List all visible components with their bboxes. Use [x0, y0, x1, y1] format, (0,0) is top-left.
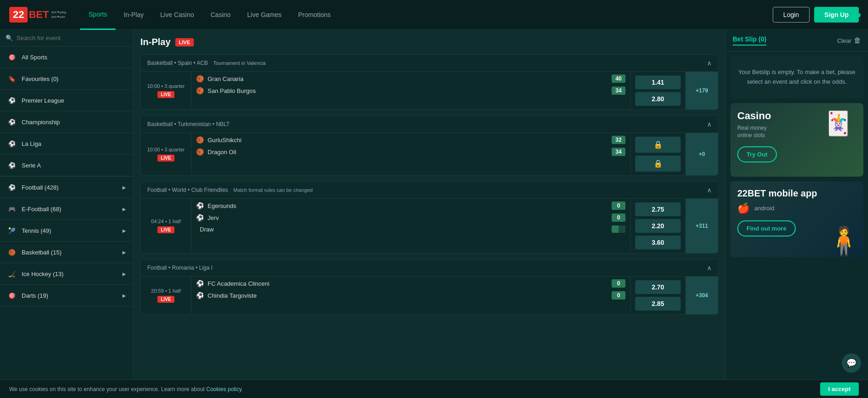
team-row-2a: 🏀 GurluShikchi 32	[196, 136, 625, 144]
section-header-4[interactable]: Football • Romania • Liga I ∧	[141, 260, 718, 276]
match-live-badge-1: LIVE	[157, 91, 174, 98]
casino-character-icon: 🃏	[820, 110, 856, 137]
search-input[interactable]	[17, 35, 127, 41]
score-3a: 0	[612, 202, 625, 210]
sidebar-item-darts[interactable]: 🎯 Darts (19) ▶	[0, 285, 133, 306]
la-liga-icon: ⚽	[7, 138, 17, 149]
favourites-icon: 🔖	[7, 74, 17, 84]
sidebar-item-la-liga[interactable]: ⚽ La Liga	[0, 133, 133, 155]
sidebar-item-championship[interactable]: ⚽ Championship	[0, 111, 133, 133]
search-box[interactable]: 🔍	[0, 30, 133, 46]
sidebar-label-efootball: E-Football (68)	[22, 206, 118, 213]
sidebar-item-football[interactable]: ⚽ Football (428) ▶	[0, 177, 133, 198]
odds-btn-1a[interactable]: 1.41	[635, 75, 681, 89]
nav-casino[interactable]: Casino	[202, 0, 239, 30]
odds-lock-2b: 🔒	[635, 156, 681, 172]
odds-btn-4b[interactable]: 2.85	[635, 297, 681, 311]
team-icon-3b: ⚽	[196, 214, 204, 221]
team-icon-1b: 🏀	[196, 87, 204, 94]
match-time-col-1: 10:00 • 3 quarter LIVE	[141, 72, 191, 110]
more-count-1: +179	[695, 87, 708, 94]
country-label-3: World	[172, 187, 186, 193]
score-2b: 34	[612, 148, 625, 156]
sidebar-item-tennis[interactable]: 🎾 Tennis (49) ▶	[0, 220, 133, 242]
sidebar-item-premier-league[interactable]: ⚽ Premier League	[0, 90, 133, 111]
sidebar-item-serie-a[interactable]: ⚽ Serie A	[0, 155, 133, 176]
android-label: android	[754, 205, 774, 212]
match-row-1: 10:00 • 3 quarter LIVE 🏀 Gran Canaria 40…	[141, 71, 718, 110]
team-name-draw: Draw	[200, 226, 608, 233]
section-header-2[interactable]: Basketball • Turkmenistan • NBLT ∧	[141, 116, 718, 133]
chat-button[interactable]: 💬	[842, 353, 861, 373]
logo-name: BET	[29, 9, 49, 21]
section-title-2: Basketball • Turkmenistan • NBLT	[147, 121, 230, 127]
login-button[interactable]: Login	[773, 7, 810, 23]
match-section-2: Basketball • Turkmenistan • NBLT ∧ 10:00…	[140, 115, 718, 176]
more-col-1[interactable]: +179	[686, 72, 718, 110]
bet-slip-tab[interactable]: Bet Slip (0)	[733, 35, 766, 46]
sidebar-item-efootball[interactable]: 🎮 E-Football (68) ▶	[0, 198, 133, 220]
casino-promo-card: Casino Real moneyonline slots Try Out 🃏	[730, 103, 863, 177]
odds-lock-2a: 🔒	[635, 137, 681, 153]
sidebar-item-ice-hockey[interactable]: 🏒 Ice Hockey (13) ▶	[0, 263, 133, 285]
collapse-icon-1[interactable]: ∧	[707, 59, 712, 67]
more-col-4[interactable]: +304	[686, 277, 718, 314]
more-col-2[interactable]: +0	[686, 133, 718, 175]
match-section-1: Basketball • Spain • ACB Tournament in V…	[140, 54, 718, 110]
serie-a-icon: ⚽	[7, 160, 17, 170]
live-badge: LIVE	[175, 38, 194, 46]
more-col-3[interactable]: +311	[686, 199, 718, 253]
odds-btn-1b[interactable]: 2.80	[635, 92, 681, 106]
casino-promo-text: Casino Real moneyonline slots Try Out	[737, 110, 815, 163]
team-name-1a: Gran Canaria	[208, 75, 608, 82]
header-right: Login Sign Up	[773, 7, 859, 23]
nav-live-casino[interactable]: Live Casino	[152, 0, 202, 30]
match-live-badge-4: LIVE	[157, 296, 174, 303]
match-section-4: Football • Romania • Liga I ∧ 20:59 • 1 …	[140, 259, 718, 315]
country-label-2: Turkmenistan	[178, 121, 211, 127]
collapse-icon-4[interactable]: ∧	[707, 264, 712, 271]
try-out-button[interactable]: Try Out	[737, 146, 777, 162]
sidebar-item-all-sports[interactable]: 🎯 All Sports	[0, 46, 133, 68]
section-header-1[interactable]: Basketball • Spain • ACB Tournament in V…	[141, 55, 718, 71]
match-row-4: 20:59 • 1 half LIVE ⚽ FC Academica Clinc…	[141, 276, 718, 314]
find-out-more-button[interactable]: Find out more	[737, 220, 796, 236]
nav-sports[interactable]: Sports	[80, 0, 115, 30]
signup-button[interactable]: Sign Up	[814, 7, 859, 23]
odds-btn-3c[interactable]: 3.60	[635, 236, 681, 249]
league-label-1: ACB	[197, 60, 208, 66]
collapse-icon-3[interactable]: ∧	[707, 186, 712, 194]
section-title-3: Football • World • Club Friendlies Match…	[147, 187, 312, 193]
score-1a: 40	[612, 75, 625, 83]
basketball-arrow-icon: ▶	[122, 250, 126, 255]
odds-btn-3a[interactable]: 2.75	[635, 202, 681, 216]
inplay-title: In-Play	[140, 37, 171, 47]
nav-inplay[interactable]: In-Play	[116, 0, 152, 30]
sidebar-item-favourites[interactable]: 🔖 Favourites (0)	[0, 68, 133, 90]
sidebar-label-ice-hockey: Ice Hockey (13)	[22, 271, 118, 277]
team-name-4b: Chindia Targoviste	[208, 292, 608, 299]
efootball-icon: 🎮	[7, 204, 17, 214]
sidebar-item-basketball[interactable]: 🏀 Basketball (15) ▶	[0, 242, 133, 263]
section-header-3[interactable]: Football • World • Club Friendlies Match…	[141, 182, 718, 198]
more-count-2: +0	[699, 151, 705, 157]
odds-btn-4a[interactable]: 2.70	[635, 280, 681, 294]
match-row-2: 10:00 • 3 quarter LIVE 🏀 GurluShikchi 32…	[141, 133, 718, 175]
odds-btn-3b[interactable]: 2.20	[635, 219, 681, 233]
mobile-promo-title: 22BET mobile app	[737, 188, 856, 199]
nav-promotions[interactable]: Promotions	[290, 0, 339, 30]
team-name-3b: Jerv	[208, 214, 608, 221]
football-arrow-icon: ▶	[122, 185, 126, 190]
match-row-3: 04:24 • 1 half LIVE ⚽ Egersunds 0 ⚽ Jerv…	[141, 198, 718, 253]
mobile-figure-icon: 🧍	[827, 225, 861, 257]
nav-live-games[interactable]: Live Games	[239, 0, 290, 30]
clear-button[interactable]: Clear 🗑	[837, 36, 861, 45]
score-3b: 0	[612, 213, 625, 222]
odds-col-2: 🔒 🔒	[631, 133, 686, 175]
team-icon-2b: 🏀	[196, 148, 204, 156]
team-icon-4a: ⚽	[196, 280, 204, 287]
casino-promo-content: Casino Real moneyonline slots Try Out 🃏	[730, 103, 863, 177]
sidebar-label-serie-a: Serie A	[22, 162, 126, 169]
team-name-2b: Dragon Oil	[208, 149, 608, 156]
collapse-icon-2[interactable]: ∧	[707, 121, 712, 128]
